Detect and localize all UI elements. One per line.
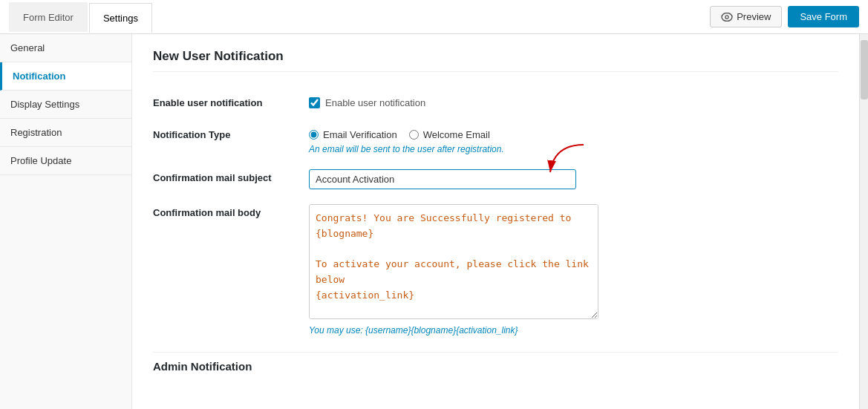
arrow-container (309, 169, 576, 189)
radio-welcome-email-label: Welcome Email (423, 129, 490, 140)
scrollbar-thumb[interactable] (861, 40, 868, 99)
notification-type-row: Notification Type Email Verification Wel… (153, 119, 838, 162)
sidebar: General Notification Display Settings Re… (0, 34, 132, 409)
sidebar-item-general[interactable]: General (0, 34, 131, 62)
eye-icon (721, 13, 733, 22)
main-layout: General Notification Display Settings Re… (0, 34, 868, 409)
enable-notification-label: Enable user notification (153, 87, 309, 119)
enable-notification-field: Enable user notification (309, 87, 838, 119)
confirm-body-hint: You may use: {username}{blogname}{activa… (309, 325, 838, 336)
radio-email-verification-input[interactable] (309, 130, 319, 140)
preview-button[interactable]: Preview (710, 6, 782, 27)
scrollbar-track[interactable] (859, 34, 868, 409)
preview-label: Preview (737, 11, 771, 22)
notification-type-hint: An email will be sent to the user after … (309, 144, 838, 154)
tabs: Form Editor Settings (9, 2, 154, 32)
enable-notification-checkbox-label[interactable]: Enable user notification (325, 97, 425, 108)
confirm-body-row: Confirmation mail body Congrats! You are… (153, 197, 838, 343)
sidebar-item-display-settings[interactable]: Display Settings (0, 91, 131, 119)
confirm-body-textarea[interactable]: Congrats! You are Successfully registere… (309, 204, 598, 319)
toolbar-actions: Preview Save Form (710, 6, 859, 27)
content-area: New User Notification Enable user notifi… (132, 34, 859, 409)
notification-type-field: Email Verification Welcome Email An emai… (309, 119, 838, 162)
tab-settings[interactable]: Settings (89, 3, 152, 33)
confirm-subject-label: Confirmation mail subject (153, 162, 309, 197)
tab-form-editor[interactable]: Form Editor (9, 2, 88, 32)
section-title: New User Notification (153, 49, 838, 72)
notification-type-label: Notification Type (153, 119, 309, 162)
confirm-subject-input[interactable] (309, 169, 576, 189)
save-form-button[interactable]: Save Form (788, 6, 859, 27)
sidebar-item-registration[interactable]: Registration (0, 119, 131, 147)
radio-welcome-email[interactable]: Welcome Email (409, 129, 490, 140)
admin-notification-title: Admin Notification (153, 352, 838, 373)
sidebar-item-notification[interactable]: Notification (0, 62, 131, 91)
enable-notification-row: Enable user notification Enable user not… (153, 87, 838, 119)
enable-notification-checkbox[interactable] (309, 97, 320, 108)
radio-welcome-email-input[interactable] (409, 130, 419, 140)
settings-table: Enable user notification Enable user not… (153, 87, 838, 380)
radio-group: Email Verification Welcome Email (309, 129, 838, 140)
radio-email-verification[interactable]: Email Verification (309, 129, 397, 140)
confirm-subject-field (309, 162, 838, 197)
admin-notification-row: Admin Notification (153, 343, 838, 380)
sidebar-item-profile-update[interactable]: Profile Update (0, 147, 131, 175)
svg-point-0 (722, 13, 732, 21)
confirm-body-label: Confirmation mail body (153, 197, 309, 343)
svg-point-1 (725, 15, 728, 18)
confirm-subject-row: Confirmation mail subject (153, 162, 838, 197)
confirm-body-field: Congrats! You are Successfully registere… (309, 197, 838, 343)
radio-email-verification-label: Email Verification (323, 129, 397, 140)
top-bar: Form Editor Settings Preview Save Form (0, 0, 868, 34)
checkbox-row: Enable user notification (309, 97, 838, 108)
